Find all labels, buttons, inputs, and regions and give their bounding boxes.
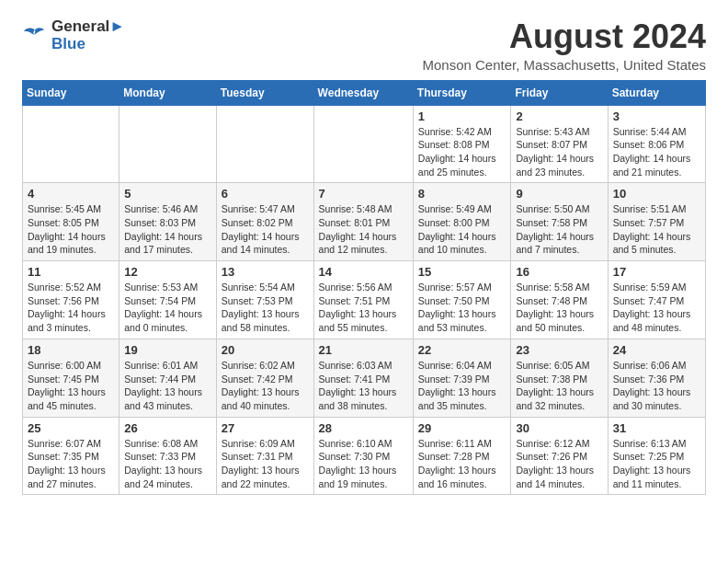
- logo-text: General► Blue: [51, 18, 125, 52]
- calendar-cell: 30Sunrise: 6:12 AM Sunset: 7:26 PM Dayli…: [511, 417, 608, 495]
- calendar-cell: 7Sunrise: 5:48 AM Sunset: 8:01 PM Daylig…: [313, 183, 413, 261]
- day-info: Sunrise: 5:58 AM Sunset: 7:48 PM Dayligh…: [516, 281, 602, 335]
- calendar-cell: 19Sunrise: 6:01 AM Sunset: 7:44 PM Dayli…: [119, 339, 217, 417]
- calendar-cell: 4Sunrise: 5:45 AM Sunset: 8:05 PM Daylig…: [23, 183, 119, 261]
- day-number: 18: [28, 343, 114, 357]
- day-number: 27: [222, 421, 309, 435]
- day-info: Sunrise: 6:09 AM Sunset: 7:31 PM Dayligh…: [222, 437, 309, 491]
- day-info: Sunrise: 6:07 AM Sunset: 7:35 PM Dayligh…: [28, 437, 114, 491]
- calendar-cell: 31Sunrise: 6:13 AM Sunset: 7:25 PM Dayli…: [608, 417, 705, 495]
- day-number: 24: [613, 343, 700, 357]
- calendar-week-row: 18Sunrise: 6:00 AM Sunset: 7:45 PM Dayli…: [23, 339, 706, 417]
- calendar-cell: 11Sunrise: 5:52 AM Sunset: 7:56 PM Dayli…: [23, 261, 119, 339]
- day-number: 17: [613, 265, 700, 279]
- day-number: 6: [222, 187, 309, 201]
- calendar-cell: 26Sunrise: 6:08 AM Sunset: 7:33 PM Dayli…: [119, 417, 217, 495]
- day-number: 31: [613, 421, 700, 435]
- day-number: 23: [516, 343, 602, 357]
- day-info: Sunrise: 5:48 AM Sunset: 8:01 PM Dayligh…: [319, 202, 408, 257]
- page-header: General► Blue August 2024 Monson Center,…: [22, 18, 706, 73]
- day-info: Sunrise: 5:43 AM Sunset: 8:07 PM Dayligh…: [516, 125, 602, 179]
- day-info: Sunrise: 5:56 AM Sunset: 7:51 PM Dayligh…: [319, 281, 408, 335]
- calendar-cell: 12Sunrise: 5:53 AM Sunset: 7:54 PM Dayli…: [119, 261, 217, 339]
- calendar-cell: 9Sunrise: 5:50 AM Sunset: 7:58 PM Daylig…: [511, 183, 608, 261]
- day-number: 20: [222, 343, 309, 357]
- day-number: 29: [418, 421, 506, 435]
- calendar-cell: 1Sunrise: 5:42 AM Sunset: 8:08 PM Daylig…: [413, 105, 511, 183]
- day-info: Sunrise: 6:11 AM Sunset: 7:28 PM Dayligh…: [418, 437, 506, 491]
- calendar-cell: 27Sunrise: 6:09 AM Sunset: 7:31 PM Dayli…: [216, 417, 313, 495]
- day-number: 11: [28, 265, 114, 279]
- calendar-cell: [23, 105, 119, 183]
- calendar-cell: 20Sunrise: 6:02 AM Sunset: 7:42 PM Dayli…: [216, 339, 313, 417]
- calendar-day-header: Friday: [511, 80, 608, 105]
- calendar-table: SundayMondayTuesdayWednesdayThursdayFrid…: [22, 80, 706, 496]
- calendar-cell: 13Sunrise: 5:54 AM Sunset: 7:53 PM Dayli…: [216, 261, 313, 339]
- calendar-week-row: 25Sunrise: 6:07 AM Sunset: 7:35 PM Dayli…: [23, 417, 706, 495]
- calendar-cell: 25Sunrise: 6:07 AM Sunset: 7:35 PM Dayli…: [23, 417, 119, 495]
- calendar-cell: 28Sunrise: 6:10 AM Sunset: 7:30 PM Dayli…: [313, 417, 413, 495]
- day-number: 12: [124, 265, 211, 279]
- calendar-cell: 8Sunrise: 5:49 AM Sunset: 8:00 PM Daylig…: [413, 183, 511, 261]
- day-number: 5: [124, 187, 211, 201]
- main-title: August 2024: [423, 18, 707, 55]
- day-number: 2: [516, 109, 602, 123]
- day-number: 30: [516, 421, 602, 435]
- day-info: Sunrise: 5:59 AM Sunset: 7:47 PM Dayligh…: [613, 281, 700, 335]
- day-info: Sunrise: 5:47 AM Sunset: 8:02 PM Dayligh…: [222, 202, 309, 257]
- day-info: Sunrise: 5:44 AM Sunset: 8:06 PM Dayligh…: [613, 125, 700, 179]
- day-info: Sunrise: 6:03 AM Sunset: 7:41 PM Dayligh…: [319, 359, 408, 413]
- day-number: 26: [124, 421, 211, 435]
- calendar-week-row: 4Sunrise: 5:45 AM Sunset: 8:05 PM Daylig…: [23, 183, 706, 261]
- day-info: Sunrise: 6:10 AM Sunset: 7:30 PM Dayligh…: [319, 437, 408, 491]
- day-info: Sunrise: 5:50 AM Sunset: 7:58 PM Dayligh…: [516, 202, 602, 257]
- day-info: Sunrise: 6:05 AM Sunset: 7:38 PM Dayligh…: [516, 359, 602, 413]
- calendar-cell: 22Sunrise: 6:04 AM Sunset: 7:39 PM Dayli…: [413, 339, 511, 417]
- day-number: 10: [613, 187, 700, 201]
- calendar-cell: 14Sunrise: 5:56 AM Sunset: 7:51 PM Dayli…: [313, 261, 413, 339]
- calendar-cell: 6Sunrise: 5:47 AM Sunset: 8:02 PM Daylig…: [216, 183, 313, 261]
- day-number: 9: [516, 187, 602, 201]
- calendar-day-header: Saturday: [608, 80, 705, 105]
- day-number: 14: [319, 265, 408, 279]
- day-info: Sunrise: 5:54 AM Sunset: 7:53 PM Dayligh…: [222, 281, 309, 335]
- day-number: 15: [418, 265, 506, 279]
- day-info: Sunrise: 6:06 AM Sunset: 7:36 PM Dayligh…: [613, 359, 700, 413]
- calendar-day-header: Monday: [119, 80, 217, 105]
- day-number: 13: [222, 265, 309, 279]
- calendar-cell: 2Sunrise: 5:43 AM Sunset: 8:07 PM Daylig…: [511, 105, 608, 183]
- calendar-cell: 18Sunrise: 6:00 AM Sunset: 7:45 PM Dayli…: [23, 339, 119, 417]
- day-info: Sunrise: 6:02 AM Sunset: 7:42 PM Dayligh…: [222, 359, 309, 413]
- calendar-header-row: SundayMondayTuesdayWednesdayThursdayFrid…: [23, 80, 706, 105]
- day-info: Sunrise: 5:42 AM Sunset: 8:08 PM Dayligh…: [418, 125, 506, 179]
- day-info: Sunrise: 6:01 AM Sunset: 7:44 PM Dayligh…: [124, 359, 211, 413]
- calendar-day-header: Tuesday: [216, 80, 313, 105]
- day-info: Sunrise: 5:45 AM Sunset: 8:05 PM Dayligh…: [28, 202, 114, 257]
- logo-icon: [22, 23, 48, 49]
- calendar-cell: 15Sunrise: 5:57 AM Sunset: 7:50 PM Dayli…: [413, 261, 511, 339]
- calendar-cell: [119, 105, 217, 183]
- calendar-day-header: Thursday: [413, 80, 511, 105]
- day-info: Sunrise: 6:08 AM Sunset: 7:33 PM Dayligh…: [124, 437, 211, 491]
- day-info: Sunrise: 5:57 AM Sunset: 7:50 PM Dayligh…: [418, 281, 506, 335]
- day-number: 7: [319, 187, 408, 201]
- calendar-cell: [216, 105, 313, 183]
- day-number: 1: [418, 109, 506, 123]
- day-info: Sunrise: 5:51 AM Sunset: 7:57 PM Dayligh…: [613, 202, 700, 257]
- calendar-cell: 21Sunrise: 6:03 AM Sunset: 7:41 PM Dayli…: [313, 339, 413, 417]
- calendar-day-header: Sunday: [23, 80, 119, 105]
- calendar-cell: [313, 105, 413, 183]
- day-number: 21: [319, 343, 408, 357]
- calendar-cell: 17Sunrise: 5:59 AM Sunset: 7:47 PM Dayli…: [608, 261, 705, 339]
- day-info: Sunrise: 6:00 AM Sunset: 7:45 PM Dayligh…: [28, 359, 114, 413]
- calendar-cell: 5Sunrise: 5:46 AM Sunset: 8:03 PM Daylig…: [119, 183, 217, 261]
- day-info: Sunrise: 5:52 AM Sunset: 7:56 PM Dayligh…: [28, 281, 114, 335]
- day-number: 16: [516, 265, 602, 279]
- calendar-cell: 29Sunrise: 6:11 AM Sunset: 7:28 PM Dayli…: [413, 417, 511, 495]
- day-number: 25: [28, 421, 114, 435]
- logo: General► Blue: [22, 18, 125, 52]
- day-number: 4: [28, 187, 114, 201]
- day-info: Sunrise: 5:46 AM Sunset: 8:03 PM Dayligh…: [124, 202, 211, 257]
- calendar-week-row: 1Sunrise: 5:42 AM Sunset: 8:08 PM Daylig…: [23, 105, 706, 183]
- day-info: Sunrise: 6:12 AM Sunset: 7:26 PM Dayligh…: [516, 437, 602, 491]
